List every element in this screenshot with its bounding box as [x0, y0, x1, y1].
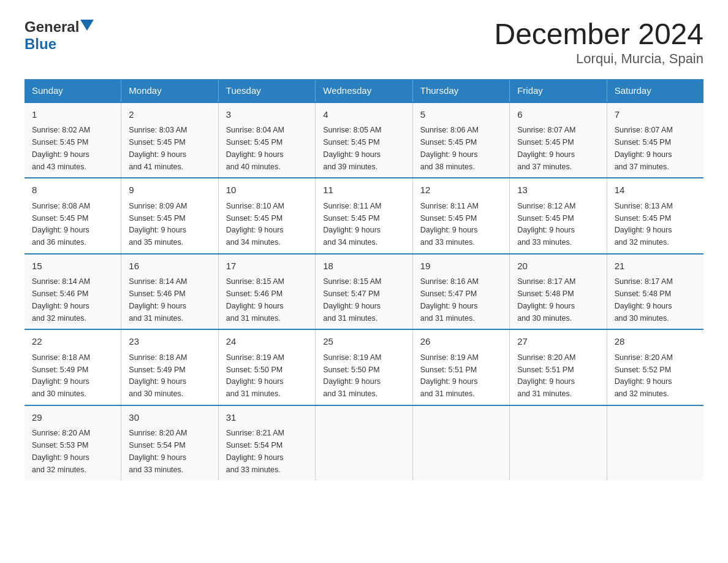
- day-info: Sunrise: 8:09 AMSunset: 5:45 PMDaylight:…: [129, 202, 187, 247]
- calendar-cell: 19 Sunrise: 8:16 AMSunset: 5:47 PMDaylig…: [412, 254, 509, 330]
- day-number: 1: [32, 108, 113, 122]
- calendar-cell: 4 Sunrise: 8:05 AMSunset: 5:45 PMDayligh…: [316, 102, 412, 178]
- day-number: 27: [517, 335, 599, 349]
- day-number: 10: [226, 183, 308, 197]
- day-number: 5: [420, 108, 502, 122]
- calendar-cell: 30 Sunrise: 8:20 AMSunset: 5:54 PMDaylig…: [121, 405, 218, 481]
- day-number: 13: [517, 183, 599, 197]
- calendar-header-row: SundayMondayTuesdayWednesdayThursdayFrid…: [25, 79, 703, 102]
- day-number: 19: [420, 259, 502, 274]
- calendar-cell: 8 Sunrise: 8:08 AMSunset: 5:45 PMDayligh…: [25, 178, 121, 254]
- page-header: General Blue December 2024 Lorqui, Murci…: [25, 18, 703, 67]
- header-saturday: Saturday: [607, 79, 703, 102]
- calendar-week-row: 22 Sunrise: 8:18 AMSunset: 5:49 PMDaylig…: [25, 329, 703, 405]
- calendar-cell: 9 Sunrise: 8:09 AMSunset: 5:45 PMDayligh…: [121, 178, 218, 254]
- day-info: Sunrise: 8:19 AMSunset: 5:50 PMDaylight:…: [323, 353, 381, 398]
- day-number: 12: [420, 183, 502, 197]
- calendar-table: SundayMondayTuesdayWednesdayThursdayFrid…: [25, 79, 703, 481]
- day-number: 16: [129, 259, 210, 274]
- calendar-cell: 31 Sunrise: 8:21 AMSunset: 5:54 PMDaylig…: [218, 405, 315, 481]
- day-info: Sunrise: 8:14 AMSunset: 5:46 PMDaylight:…: [32, 277, 90, 322]
- calendar-cell: 20 Sunrise: 8:17 AMSunset: 5:48 PMDaylig…: [510, 254, 607, 330]
- header-sunday: Sunday: [25, 79, 121, 102]
- day-info: Sunrise: 8:06 AMSunset: 5:45 PMDaylight:…: [420, 126, 479, 170]
- calendar-cell: [412, 405, 509, 481]
- calendar-cell: 16 Sunrise: 8:14 AMSunset: 5:46 PMDaylig…: [121, 254, 218, 330]
- day-number: 18: [323, 259, 404, 274]
- calendar-cell: 22 Sunrise: 8:18 AMSunset: 5:49 PMDaylig…: [25, 329, 121, 405]
- calendar-week-row: 1 Sunrise: 8:02 AMSunset: 5:45 PMDayligh…: [25, 102, 703, 178]
- header-monday: Monday: [121, 79, 218, 102]
- title-block: December 2024 Lorqui, Murcia, Spain: [494, 18, 703, 67]
- calendar-cell: 18 Sunrise: 8:15 AMSunset: 5:47 PMDaylig…: [316, 254, 412, 330]
- day-number: 2: [129, 108, 210, 122]
- day-info: Sunrise: 8:18 AMSunset: 5:49 PMDaylight:…: [129, 353, 187, 398]
- day-number: 31: [226, 411, 308, 425]
- calendar-cell: 11 Sunrise: 8:11 AMSunset: 5:45 PMDaylig…: [316, 178, 412, 254]
- header-friday: Friday: [510, 79, 607, 102]
- logo-blue-text: Blue: [25, 36, 56, 53]
- logo-triangle-icon: [80, 20, 94, 33]
- day-number: 20: [517, 259, 599, 274]
- day-number: 17: [226, 259, 308, 274]
- day-info: Sunrise: 8:17 AMSunset: 5:48 PMDaylight:…: [615, 277, 673, 322]
- calendar-cell: 5 Sunrise: 8:06 AMSunset: 5:45 PMDayligh…: [412, 102, 509, 178]
- calendar-cell: 24 Sunrise: 8:19 AMSunset: 5:50 PMDaylig…: [218, 329, 315, 405]
- calendar-week-row: 29 Sunrise: 8:20 AMSunset: 5:53 PMDaylig…: [25, 405, 703, 481]
- calendar-cell: 15 Sunrise: 8:14 AMSunset: 5:46 PMDaylig…: [25, 254, 121, 330]
- header-wednesday: Wednesday: [316, 79, 412, 102]
- calendar-cell: 14 Sunrise: 8:13 AMSunset: 5:45 PMDaylig…: [607, 178, 703, 254]
- day-info: Sunrise: 8:15 AMSunset: 5:47 PMDaylight:…: [323, 277, 381, 322]
- day-info: Sunrise: 8:20 AMSunset: 5:53 PMDaylight:…: [32, 429, 90, 473]
- day-info: Sunrise: 8:19 AMSunset: 5:50 PMDaylight:…: [226, 353, 284, 398]
- day-info: Sunrise: 8:03 AMSunset: 5:45 PMDaylight:…: [129, 126, 187, 170]
- calendar-cell: [316, 405, 412, 481]
- day-number: 15: [32, 259, 113, 274]
- calendar-cell: [607, 405, 703, 481]
- logo: General Blue: [25, 18, 94, 53]
- calendar-cell: 23 Sunrise: 8:18 AMSunset: 5:49 PMDaylig…: [121, 329, 218, 405]
- day-number: 25: [323, 335, 404, 349]
- day-number: 8: [32, 183, 113, 197]
- calendar-cell: 2 Sunrise: 8:03 AMSunset: 5:45 PMDayligh…: [121, 102, 218, 178]
- day-info: Sunrise: 8:05 AMSunset: 5:45 PMDaylight:…: [323, 126, 381, 170]
- day-number: 29: [32, 411, 113, 425]
- header-tuesday: Tuesday: [218, 79, 315, 102]
- day-info: Sunrise: 8:20 AMSunset: 5:51 PMDaylight:…: [517, 353, 575, 398]
- day-info: Sunrise: 8:13 AMSunset: 5:45 PMDaylight:…: [615, 202, 673, 247]
- day-info: Sunrise: 8:04 AMSunset: 5:45 PMDaylight:…: [226, 126, 284, 170]
- day-info: Sunrise: 8:20 AMSunset: 5:52 PMDaylight:…: [615, 353, 673, 398]
- logo-general-text: General: [25, 18, 79, 36]
- day-info: Sunrise: 8:11 AMSunset: 5:45 PMDaylight:…: [420, 202, 479, 247]
- calendar-cell: 21 Sunrise: 8:17 AMSunset: 5:48 PMDaylig…: [607, 254, 703, 330]
- day-info: Sunrise: 8:16 AMSunset: 5:47 PMDaylight:…: [420, 277, 479, 322]
- day-number: 26: [420, 335, 502, 349]
- day-number: 9: [129, 183, 210, 197]
- day-info: Sunrise: 8:15 AMSunset: 5:46 PMDaylight:…: [226, 277, 284, 322]
- calendar-cell: 27 Sunrise: 8:20 AMSunset: 5:51 PMDaylig…: [510, 329, 607, 405]
- calendar-cell: 3 Sunrise: 8:04 AMSunset: 5:45 PMDayligh…: [218, 102, 315, 178]
- calendar-cell: 1 Sunrise: 8:02 AMSunset: 5:45 PMDayligh…: [25, 102, 121, 178]
- calendar-week-row: 15 Sunrise: 8:14 AMSunset: 5:46 PMDaylig…: [25, 254, 703, 330]
- day-number: 3: [226, 108, 308, 122]
- day-info: Sunrise: 8:11 AMSunset: 5:45 PMDaylight:…: [323, 202, 381, 247]
- calendar-cell: 26 Sunrise: 8:19 AMSunset: 5:51 PMDaylig…: [412, 329, 509, 405]
- day-info: Sunrise: 8:08 AMSunset: 5:45 PMDaylight:…: [32, 202, 90, 247]
- day-number: 24: [226, 335, 308, 349]
- day-info: Sunrise: 8:14 AMSunset: 5:46 PMDaylight:…: [129, 277, 187, 322]
- day-info: Sunrise: 8:21 AMSunset: 5:54 PMDaylight:…: [226, 429, 284, 473]
- calendar-cell: 13 Sunrise: 8:12 AMSunset: 5:45 PMDaylig…: [510, 178, 607, 254]
- calendar-cell: [510, 405, 607, 481]
- calendar-cell: 28 Sunrise: 8:20 AMSunset: 5:52 PMDaylig…: [607, 329, 703, 405]
- day-number: 7: [615, 108, 696, 122]
- calendar-cell: 12 Sunrise: 8:11 AMSunset: 5:45 PMDaylig…: [412, 178, 509, 254]
- svg-marker-0: [80, 20, 94, 31]
- calendar-cell: 6 Sunrise: 8:07 AMSunset: 5:45 PMDayligh…: [510, 102, 607, 178]
- day-number: 4: [323, 108, 404, 122]
- calendar-cell: 10 Sunrise: 8:10 AMSunset: 5:45 PMDaylig…: [218, 178, 315, 254]
- header-thursday: Thursday: [412, 79, 509, 102]
- day-info: Sunrise: 8:17 AMSunset: 5:48 PMDaylight:…: [517, 277, 575, 322]
- calendar-cell: 7 Sunrise: 8:07 AMSunset: 5:45 PMDayligh…: [607, 102, 703, 178]
- day-info: Sunrise: 8:07 AMSunset: 5:45 PMDaylight:…: [615, 126, 673, 170]
- day-number: 6: [517, 108, 599, 122]
